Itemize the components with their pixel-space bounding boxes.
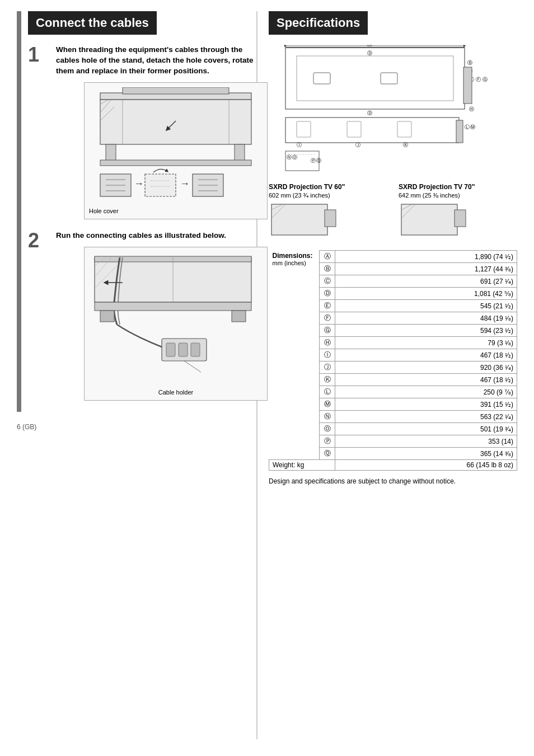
spec-value: 79 (3 ¹⁄₈) <box>335 337 517 349</box>
tv-model-60-title: SXRD Projection TV 60" <box>269 183 387 191</box>
tv-model-60-dim: 602 mm (23 ³⁄₄ inches) <box>269 192 387 199</box>
svg-rect-77 <box>455 210 466 227</box>
spec-letter: Ⓘ <box>320 349 335 361</box>
spec-value: 1,127 (44 ³⁄₈) <box>335 263 517 275</box>
tv-model-70: SXRD Projection TV 70" 642 mm (25 ³⁄₈ in… <box>399 183 517 242</box>
page: Connect the cables 1 When threading the … <box>0 0 534 756</box>
right-section-title: Specifications <box>269 11 368 35</box>
spec-diagram-top: Ⓐ Ⓑ Ⓒ Ⓓ Ⓔ Ⓕ Ⓖ Ⓗ Ⓓ <box>269 45 517 173</box>
svg-text:Ⓑ: Ⓑ <box>467 60 472 65</box>
step2-row: 2 Run the connecting cables as illustrat… <box>28 231 268 401</box>
svg-text:Ⓖ: Ⓖ <box>483 77 488 82</box>
svg-text:→: → <box>134 178 144 189</box>
spec-label-mm: mm (inches) <box>273 260 316 266</box>
svg-rect-1 <box>123 87 229 94</box>
svg-rect-33 <box>100 311 114 322</box>
spec-letter: Ⓔ <box>320 300 335 312</box>
svg-rect-57 <box>297 121 311 137</box>
svg-rect-37 <box>179 343 188 356</box>
svg-rect-5 <box>106 144 116 161</box>
svg-rect-6 <box>235 144 245 161</box>
spec-letter: Ⓛ <box>320 386 335 398</box>
svg-text:Ⓓ: Ⓓ <box>367 110 372 116</box>
svg-rect-59 <box>397 121 411 137</box>
svg-rect-41 <box>297 56 453 101</box>
step2-number: 2 <box>28 231 50 251</box>
spec-value: 467 (18 ¹⁄₂) <box>335 374 517 386</box>
spec-label-dimensions: Dimensions: <box>273 252 316 260</box>
spec-value: 250 (9 ⁷⁄₈) <box>335 386 517 398</box>
left-column: Connect the cables 1 When threading the … <box>17 11 257 739</box>
svg-text:Ⓛ: Ⓛ <box>465 124 470 130</box>
svg-rect-34 <box>232 311 246 322</box>
tv-model-60-diagram <box>269 201 341 241</box>
spec-letter: Ⓒ <box>320 275 335 288</box>
svg-line-39 <box>184 361 201 372</box>
svg-rect-56 <box>285 118 459 143</box>
spec-letter: Ⓑ <box>320 263 335 275</box>
spec-value: 594 (23 ¹⁄₂) <box>335 325 517 337</box>
svg-rect-53 <box>463 67 472 104</box>
spec-letter: Ⓠ <box>320 448 335 460</box>
spec-letter: Ⓜ <box>320 398 335 411</box>
svg-text:Ⓟ: Ⓟ <box>311 158 316 163</box>
svg-text:Ⓐ: Ⓐ <box>367 45 372 47</box>
right-column: Specifications <box>257 11 517 739</box>
svg-rect-38 <box>191 343 200 356</box>
svg-rect-2 <box>100 100 251 144</box>
step1-text: When threading the equipment's cables th… <box>56 45 268 77</box>
spec-letter: Ⓟ <box>320 435 335 448</box>
spec-letter: Ⓕ <box>320 312 335 325</box>
svg-rect-32 <box>95 302 251 311</box>
step1-diagram-box: → → <box>84 82 268 219</box>
spec-letter: Ⓙ <box>320 361 335 374</box>
svg-rect-49 <box>381 73 397 84</box>
svg-text:Ⓘ: Ⓘ <box>297 142 302 148</box>
spec-value: 1,081 (42 ⁵⁄₈) <box>335 288 517 300</box>
spec-letter: Ⓚ <box>320 374 335 386</box>
step2-diagram <box>89 252 263 386</box>
svg-rect-72 <box>271 204 327 235</box>
spec-value: 484 (19 ¹⁄₈) <box>335 312 517 325</box>
spec-value: 563 (22 ¹⁄₄) <box>335 411 517 423</box>
spec-value: 391 (15 ¹⁄₂) <box>335 398 517 411</box>
svg-text:→: → <box>180 178 190 189</box>
spec-letter: Ⓞ <box>320 423 335 435</box>
svg-rect-7 <box>100 160 251 166</box>
spec-value: 691 (27 ¹⁄₄) <box>335 275 517 288</box>
svg-text:Ⓗ: Ⓗ <box>469 106 474 112</box>
spec-letter: Ⓗ <box>320 337 335 349</box>
svg-text:Ⓚ: Ⓚ <box>403 142 408 148</box>
svg-rect-73 <box>325 210 336 227</box>
step1-number: 1 <box>28 45 50 65</box>
tv-model-70-diagram <box>399 201 471 241</box>
svg-rect-36 <box>166 343 175 356</box>
svg-rect-48 <box>313 73 330 84</box>
tv-model-60: SXRD Projection TV 60" 602 mm (23 ³⁄₄ in… <box>269 183 387 242</box>
spec-value: 1,890 (74 ¹⁄₂) <box>335 251 517 263</box>
step2-text: Run the connecting cables as illustrated… <box>56 231 268 241</box>
weight-value: 66 (145 lb 8 oz) <box>335 460 517 471</box>
step1-row: 1 When threading the equipment's cables … <box>28 45 268 219</box>
spec-table: Dimensions:mm (inches)Ⓐ1,890 (74 ¹⁄₂)Ⓑ1,… <box>269 250 517 471</box>
svg-rect-40 <box>285 48 465 109</box>
spec-letter: Ⓐ <box>320 251 335 263</box>
hole-cover-label: Hole cover <box>89 208 263 214</box>
tv-model-70-title: SXRD Projection TV 70" <box>399 183 517 191</box>
svg-text:Ⓜ: Ⓜ <box>470 124 475 130</box>
left-section-title: Connect the cables <box>28 11 157 35</box>
tv-models-row: SXRD Projection TV 60" 602 mm (23 ³⁄₄ in… <box>269 183 517 242</box>
spec-value: 353 (14) <box>335 435 517 448</box>
spec-value: 365 (14 ³⁄₈) <box>335 448 517 460</box>
spec-value: 920 (36 ¹⁄₄) <box>335 361 517 374</box>
spec-value: 545 (21 ¹⁄₂) <box>335 300 517 312</box>
svg-text:Ⓙ: Ⓙ <box>355 142 360 148</box>
svg-rect-60 <box>456 120 463 143</box>
footer-note: Design and specifications are subject to… <box>269 476 517 486</box>
svg-text:Ⓕ: Ⓕ <box>476 77 481 82</box>
tv-model-70-dim: 642 mm (25 ³⁄₈ inches) <box>399 192 517 199</box>
cable-holder-label: Cable holder <box>89 389 263 396</box>
svg-rect-76 <box>401 204 457 235</box>
svg-rect-58 <box>347 121 361 137</box>
spec-letter: Ⓓ <box>320 288 335 300</box>
